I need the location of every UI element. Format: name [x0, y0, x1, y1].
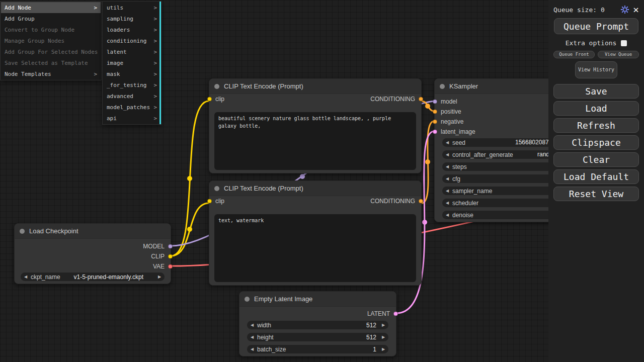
chevron-right-icon: >	[91, 71, 97, 77]
decrement-arrow-icon[interactable]: ◀	[442, 199, 452, 207]
node-clip-text-encode-1[interactable]: CLIP Text Encode (Prompt) clip CONDITION…	[209, 78, 422, 173]
link-cond2-to-negative	[422, 121, 434, 203]
chevron-right-icon: >	[150, 82, 157, 88]
previous-arrow-icon[interactable]: ◀	[21, 273, 31, 281]
node-header[interactable]: Load Checkpoint	[15, 224, 171, 239]
decrement-arrow-icon[interactable]: ◀	[442, 187, 452, 195]
ckpt-name-widget[interactable]: ◀ ckpt_name v1-5-pruned-emaonly.ckpt ▶	[21, 273, 165, 281]
input-slot-negative[interactable]	[433, 120, 437, 124]
node-header[interactable]: CLIP Text Encode (Prompt)	[209, 181, 421, 196]
submenu-item-image[interactable]: image >	[103, 57, 160, 68]
add-node-submenu: utils > sampling > loaders > conditionin…	[102, 1, 162, 125]
batch-size-widget[interactable]: ◀ batch_size 1 ▶	[247, 345, 388, 353]
node-load-checkpoint[interactable]: Load Checkpoint MODEL CLIP VAE ◀ ckpt_na…	[14, 223, 171, 284]
collapse-dot[interactable]	[214, 84, 219, 89]
node-title: Load Checkpoint	[29, 227, 78, 235]
link-midpoint-dot	[425, 104, 430, 109]
decrement-arrow-icon[interactable]: ◀	[442, 174, 452, 183]
widget-label: batch_size	[257, 346, 286, 353]
clear-button[interactable]: Clear	[553, 152, 639, 167]
input-slot-model[interactable]	[433, 100, 437, 104]
chevron-right-icon: >	[150, 16, 157, 22]
input-slot-clip[interactable]	[207, 97, 212, 102]
output-slot-conditioning[interactable]	[419, 97, 423, 102]
submenu-item-loaders[interactable]: loaders >	[103, 24, 160, 35]
increment-arrow-icon[interactable]: ▶	[378, 333, 388, 341]
next-arrow-icon[interactable]: ▶	[154, 273, 165, 281]
load-default-button[interactable]: Load Default	[553, 169, 639, 184]
load-button[interactable]: Load	[553, 101, 639, 116]
decrement-arrow-icon[interactable]: ◀	[442, 138, 452, 147]
input-slot-positive[interactable]	[433, 110, 437, 114]
node-header[interactable]: CLIP Text Encode (Prompt)	[209, 79, 421, 94]
menu-item-node-templates[interactable]: Node Templates >	[1, 68, 101, 79]
menu-item-add-group[interactable]: Add Group	[1, 13, 101, 24]
collapse-dot[interactable]	[440, 84, 445, 89]
menu-item-label: Add Group For Selected Nodes	[5, 49, 98, 55]
collapse-dot[interactable]	[245, 297, 250, 302]
widget-label: scheduler	[452, 200, 478, 207]
gear-icon[interactable]	[620, 5, 629, 14]
menu-item-save-selected-as-template: Save Selected as Template	[1, 57, 101, 68]
height-widget[interactable]: ◀ height 512 ▶	[247, 333, 388, 341]
decrement-arrow-icon[interactable]: ◀	[247, 321, 257, 329]
submenu-item-utils[interactable]: utils >	[103, 2, 160, 13]
prompt-textarea[interactable]: text, watermark	[214, 214, 416, 282]
comfy-menu-panel: Queue size: 0 × Queue Prompt Extra optio…	[548, 0, 644, 362]
menu-item-convert-to-group-node: Convert to Group Node	[1, 24, 101, 35]
refresh-button[interactable]: Refresh	[553, 118, 639, 133]
chevron-right-icon: >	[91, 5, 97, 11]
chevron-right-icon: >	[150, 93, 157, 100]
queue-prompt-button[interactable]: Queue Prompt	[554, 18, 638, 34]
submenu-item-latent[interactable]: latent >	[103, 46, 160, 57]
output-slot-latent[interactable]	[393, 312, 398, 316]
decrement-arrow-icon[interactable]: ◀	[247, 333, 257, 341]
prompt-textarea[interactable]: beautiful scenery nature glass bottle la…	[214, 112, 416, 170]
decrement-arrow-icon[interactable]: ◀	[442, 211, 452, 219]
output-slot-vae[interactable]	[168, 264, 173, 269]
decrement-arrow-icon[interactable]: ◀	[442, 162, 452, 171]
extra-options-checkbox[interactable]	[621, 40, 627, 46]
reset-view-button[interactable]: Reset View	[553, 187, 639, 201]
increment-arrow-icon[interactable]: ▶	[378, 321, 388, 329]
widget-value: 1	[373, 346, 378, 353]
chevron-right-icon: >	[150, 27, 157, 33]
input-slot-clip[interactable]	[207, 199, 212, 204]
clipspace-button[interactable]: Clipspace	[553, 135, 639, 150]
submenu-item-api[interactable]: api >	[103, 113, 160, 124]
node-header[interactable]: Empty Latent Image	[239, 292, 396, 307]
collapse-dot[interactable]	[214, 186, 219, 191]
chevron-right-icon: >	[150, 49, 157, 55]
menu-item-label: conditioning	[107, 38, 146, 44]
save-button[interactable]: Save	[553, 84, 639, 99]
submenu-item-conditioning[interactable]: conditioning >	[103, 35, 160, 46]
submenu-item-advanced[interactable]: advanced >	[103, 90, 160, 102]
menu-item-label: _for_testing	[107, 82, 146, 88]
link-midpoint-dot	[422, 220, 427, 225]
decrement-arrow-icon[interactable]: ◀	[247, 345, 257, 353]
output-slot-clip[interactable]	[168, 254, 173, 259]
widget-label: steps	[452, 163, 467, 170]
node-empty-latent-image[interactable]: Empty Latent Image LATENT ◀ width 512 ▶ …	[239, 291, 396, 356]
output-slot-conditioning[interactable]	[419, 199, 423, 204]
submenu-item-mask[interactable]: mask >	[103, 68, 160, 79]
view-history-button[interactable]: View History	[575, 61, 617, 78]
submenu-item-model-patches[interactable]: model_patches >	[103, 102, 160, 113]
width-widget[interactable]: ◀ width 512 ▶	[247, 321, 388, 329]
queue-front-button[interactable]: Queue Front	[553, 51, 595, 58]
increment-arrow-icon[interactable]: ▶	[378, 345, 388, 353]
view-queue-button[interactable]: View Queue	[598, 51, 639, 58]
menu-item-label: mask	[107, 71, 120, 77]
submenu-item-for-testing[interactable]: _for_testing >	[103, 79, 160, 90]
submenu-scrollbar[interactable]	[159, 2, 161, 124]
chevron-right-icon: >	[150, 38, 157, 44]
node-clip-text-encode-2[interactable]: CLIP Text Encode (Prompt) clip CONDITION…	[209, 180, 422, 286]
close-icon[interactable]: ×	[633, 6, 639, 14]
submenu-item-sampling[interactable]: sampling >	[103, 13, 160, 24]
menu-item-label: loaders	[107, 27, 130, 33]
menu-item-add-node[interactable]: Add Node >	[1, 2, 101, 13]
decrement-arrow-icon[interactable]: ◀	[442, 150, 452, 159]
collapse-dot[interactable]	[20, 229, 25, 234]
output-slot-model[interactable]	[168, 244, 173, 249]
input-slot-latent-image[interactable]	[433, 130, 437, 134]
